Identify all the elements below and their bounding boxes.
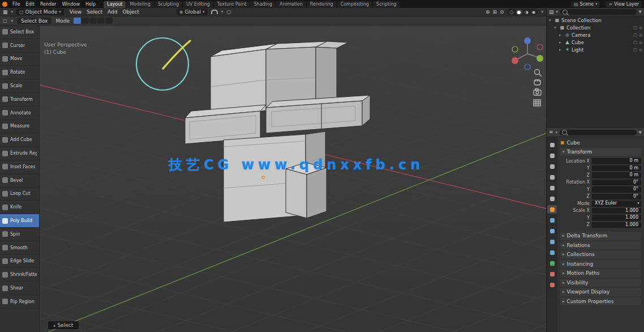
collapsed-panel-header[interactable]: ▸ Instancing: [560, 260, 641, 269]
proportional-editing-icon[interactable]: ○: [226, 10, 231, 15]
navigation-gizmo[interactable]: [512, 37, 543, 70]
collapsed-panel-header[interactable]: ▸ Delta Transform: [560, 232, 641, 240]
xray-toggle-icon[interactable]: ⊘: [500, 10, 504, 15]
toolbar-tool[interactable]: Measure: [0, 120, 39, 134]
disable-render-toggle-icon[interactable]: ◎: [639, 33, 642, 37]
disclosure-icon[interactable]: ▾: [554, 25, 558, 30]
select-extend-icon[interactable]: [81, 18, 89, 24]
viewport-menu-item[interactable]: Object: [122, 9, 139, 15]
disable-render-toggle-icon[interactable]: ◎: [639, 48, 642, 52]
pan-hand-icon[interactable]: [534, 79, 540, 85]
workspace-tab[interactable]: Sculpting: [154, 1, 182, 8]
snap-dropdown-icon[interactable]: ▾: [221, 10, 224, 14]
select-invert-icon[interactable]: [97, 18, 105, 24]
workspace-tab[interactable]: Compositing: [337, 1, 372, 8]
properties-tab[interactable]: [547, 173, 557, 181]
filter-icon[interactable]: ▼: [639, 10, 642, 14]
field-value[interactable]: 0°: [592, 194, 641, 200]
workspace-tab[interactable]: Rendering: [307, 1, 337, 8]
ortho-toggle-icon[interactable]: [534, 100, 540, 106]
properties-tab[interactable]: [547, 227, 557, 235]
blender-logo-icon[interactable]: [2, 2, 7, 7]
3d-viewport[interactable]: User Perspective (1) Cube 技艺CG www.qdnxx…: [40, 25, 546, 332]
overlays-toggle-icon[interactable]: ⊞: [492, 10, 497, 15]
toolbar-tool[interactable]: Poly Build: [0, 214, 39, 228]
properties-tab[interactable]: [547, 205, 557, 214]
outliner-editor-icon[interactable]: ▤: [549, 10, 554, 15]
hide-viewport-toggle-icon[interactable]: ▢: [633, 33, 637, 37]
outliner-row[interactable]: ▾ ▦ Scene Collection: [547, 16, 644, 24]
field-value[interactable]: XYZ Euler: [592, 201, 641, 207]
view-layer-selector[interactable]: ≡ View Layer: [606, 1, 642, 7]
scene-selector[interactable]: ▤ Scene ▾: [571, 1, 600, 7]
transform-orientation-dropdown[interactable]: ⊕ Global ▾: [177, 8, 208, 15]
properties-tab[interactable]: [547, 162, 557, 171]
properties-tab[interactable]: [547, 216, 557, 224]
field-value[interactable]: 0 m: [592, 165, 641, 172]
collapsed-panel-header[interactable]: ▸ Viewport Display: [560, 288, 641, 296]
workspace-tab[interactable]: Layout: [104, 1, 126, 8]
hide-viewport-toggle-icon[interactable]: ▢: [633, 48, 637, 52]
disclosure-icon[interactable]: ▾: [549, 18, 553, 23]
properties-tab[interactable]: [547, 194, 557, 203]
outliner-search-input[interactable]: [560, 9, 637, 15]
toolbar-tool[interactable]: Add Cube: [0, 133, 39, 147]
toolbar-tool[interactable]: Extrude Region: [0, 147, 39, 160]
toolbar-tool[interactable]: Inset Faces: [0, 160, 39, 174]
toolbar-tool[interactable]: Select Box: [0, 25, 39, 39]
toolbar-tool[interactable]: Bevel: [0, 174, 39, 188]
collapsed-panel-header[interactable]: ▸ Collections: [560, 250, 641, 259]
viewport-menu-item[interactable]: View: [70, 9, 81, 15]
active-tool-icon[interactable]: ▢: [3, 18, 7, 23]
toolbar-tool[interactable]: Rip Region: [0, 295, 39, 309]
properties-editor-icon[interactable]: ≡: [549, 130, 553, 135]
hide-viewport-toggle-icon[interactable]: ▢: [633, 25, 637, 30]
collapsed-panel-header[interactable]: ▸ Relations: [560, 241, 641, 250]
properties-tab[interactable]: [547, 270, 557, 278]
disclosure-icon[interactable]: ▸: [559, 48, 563, 52]
shading-mode-icon[interactable]: ◑: [523, 10, 530, 15]
disable-render-toggle-icon[interactable]: ◎: [639, 25, 642, 30]
menu-item[interactable]: Window: [59, 2, 82, 7]
editor-type-icon[interactable]: ▦: [3, 10, 8, 15]
field-value[interactable]: 1.000: [592, 208, 641, 214]
workspace-tab[interactable]: Texture Paint: [214, 1, 250, 8]
select-set-icon[interactable]: [74, 18, 81, 24]
collapsed-panel-header[interactable]: ▸ Custom Properties: [560, 297, 641, 306]
menu-item[interactable]: File: [10, 2, 22, 7]
hide-viewport-toggle-icon[interactable]: ▢: [633, 40, 637, 45]
toolbar-tool[interactable]: Annotate: [0, 107, 39, 120]
toolbar-tool[interactable]: Loop Cut: [0, 188, 39, 201]
field-value[interactable]: 0 m: [592, 158, 641, 164]
properties-tab[interactable]: [547, 259, 557, 267]
cube-model[interactable]: [185, 41, 370, 222]
toolbar-tool[interactable]: Edge Slide: [0, 255, 39, 269]
shading-mode-icon[interactable]: ◉: [531, 10, 537, 15]
shading-mode-icon[interactable]: ○: [509, 10, 515, 15]
shading-dropdown-icon[interactable]: ▾: [541, 10, 543, 14]
toolbar-tool[interactable]: Knife: [0, 201, 39, 214]
viewport-menu-item[interactable]: Select: [87, 9, 102, 15]
toolbar-tool[interactable]: Scale: [0, 79, 39, 93]
toolbar-tool[interactable]: Shrink/Fatten: [0, 268, 39, 282]
collapsed-panel-header[interactable]: ▸ Motion Paths: [560, 269, 641, 278]
viewport-menu-item[interactable]: Add: [108, 9, 117, 15]
operator-redo-panel[interactable]: ▸ Select: [48, 321, 79, 329]
field-value[interactable]: 0°: [592, 186, 641, 193]
menu-item[interactable]: Edit: [23, 2, 37, 7]
toolbar-tool[interactable]: Rotate: [0, 66, 39, 79]
workspace-tab[interactable]: Shading: [250, 1, 276, 8]
properties-tab[interactable]: [547, 280, 557, 289]
workspace-tab[interactable]: Scripting: [373, 1, 400, 8]
properties-tab[interactable]: [547, 237, 557, 246]
outliner-row[interactable]: ▸ ☀ Light ▢ ◎: [547, 46, 644, 53]
field-value[interactable]: 1.000: [592, 222, 641, 228]
properties-tab[interactable]: [547, 184, 557, 192]
workspace-tab[interactable]: UV Editing: [183, 1, 213, 8]
properties-tab[interactable]: [547, 151, 557, 160]
properties-tab[interactable]: [547, 248, 557, 257]
disclosure-icon[interactable]: ▸: [559, 40, 563, 45]
transform-panel-header[interactable]: ▾ Transform: [560, 148, 641, 156]
outliner-row[interactable]: ▸ ◎ Camera ▢ ◎: [547, 31, 644, 39]
select-intersect-icon[interactable]: [105, 18, 113, 24]
